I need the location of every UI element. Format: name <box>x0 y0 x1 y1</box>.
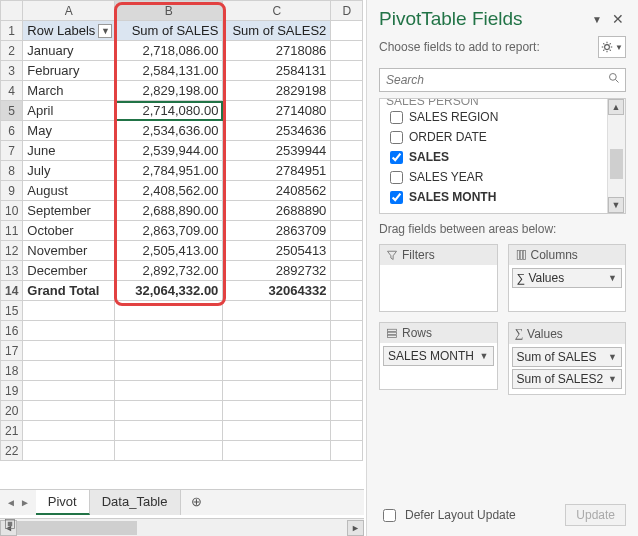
cell-sum-sales[interactable]: 2,505,413.00 <box>115 241 223 261</box>
cell[interactable] <box>331 141 363 161</box>
field-checkbox[interactable] <box>390 151 403 164</box>
field-checkbox[interactable] <box>390 191 403 204</box>
rows-chip-sales-month[interactable]: SALES MONTH▼ <box>383 346 494 366</box>
cell-sum-sales2[interactable]: 2718086 <box>223 41 331 61</box>
cell[interactable] <box>331 421 363 441</box>
row-header-15[interactable]: 15 <box>1 301 23 321</box>
row-header-6[interactable]: 6 <box>1 121 23 141</box>
row-header-12[interactable]: 12 <box>1 241 23 261</box>
field-list-scrollbar[interactable]: ▲ ▼ <box>607 99 625 213</box>
cell[interactable] <box>331 121 363 141</box>
cell[interactable] <box>331 241 363 261</box>
column-header-b[interactable]: B <box>115 1 223 21</box>
cell[interactable] <box>223 401 331 421</box>
grand-total-label[interactable]: Grand Total <box>23 281 115 301</box>
cell[interactable] <box>115 441 223 461</box>
cell[interactable] <box>223 441 331 461</box>
cell-sum-sales[interactable]: 2,784,951.00 <box>115 161 223 181</box>
field-sales[interactable]: SALES <box>380 147 607 167</box>
cell-sum-sales2[interactable]: 2714080 <box>223 101 331 121</box>
grand-total-sales2[interactable]: 32064332 <box>223 281 331 301</box>
row-header-4[interactable]: 4 <box>1 81 23 101</box>
values-chip-sum-sales2[interactable]: Sum of SALES2▼ <box>512 369 623 389</box>
row-header-21[interactable]: 21 <box>1 421 23 441</box>
row-header-5[interactable]: 5 <box>1 101 23 121</box>
scroll-thumb-vertical[interactable] <box>610 149 623 179</box>
cell[interactable] <box>223 341 331 361</box>
values-area[interactable]: ∑Values Sum of SALES▼ Sum of SALES2▼ <box>508 322 627 395</box>
cell[interactable] <box>115 401 223 421</box>
cell[interactable] <box>331 381 363 401</box>
cell-label[interactable]: May <box>23 121 115 141</box>
cell[interactable] <box>331 101 363 121</box>
cell-sum-sales[interactable]: 2,714,080.00 <box>115 101 223 121</box>
field-checkbox[interactable] <box>390 111 403 124</box>
cell-label[interactable]: June <box>23 141 115 161</box>
cell-label[interactable]: August <box>23 181 115 201</box>
field-list[interactable]: SALES PERSONSALES REGIONORDER DATESALESS… <box>379 98 626 214</box>
row-header-9[interactable]: 9 <box>1 181 23 201</box>
cell-sum-sales[interactable]: 2,863,709.00 <box>115 221 223 241</box>
cell[interactable] <box>331 341 363 361</box>
columns-chip-values[interactable]: ∑ Values▼ <box>512 268 623 288</box>
row-header-17[interactable]: 17 <box>1 341 23 361</box>
cell[interactable] <box>223 381 331 401</box>
cell[interactable] <box>331 441 363 461</box>
cell[interactable] <box>331 181 363 201</box>
scroll-thumb[interactable] <box>17 521 137 535</box>
search-input[interactable] <box>379 68 626 92</box>
cell[interactable] <box>115 341 223 361</box>
field-checkbox[interactable] <box>390 131 403 144</box>
cell[interactable] <box>23 421 115 441</box>
row-header-18[interactable]: 18 <box>1 361 23 381</box>
cell[interactable] <box>23 341 115 361</box>
cell-sum-sales2[interactable]: 2688890 <box>223 201 331 221</box>
cell-sum-sales2[interactable]: 2408562 <box>223 181 331 201</box>
row-header-8[interactable]: 8 <box>1 161 23 181</box>
row-header-20[interactable]: 20 <box>1 401 23 421</box>
cell[interactable] <box>23 401 115 421</box>
cell[interactable] <box>331 261 363 281</box>
cell[interactable] <box>23 381 115 401</box>
field-sales-year[interactable]: SALES YEAR <box>380 167 607 187</box>
cell[interactable] <box>331 301 363 321</box>
row-header-10[interactable]: 10 <box>1 201 23 221</box>
tab-pivot[interactable]: Pivot <box>36 490 90 515</box>
cell[interactable] <box>331 401 363 421</box>
field-sales-person[interactable]: SALES PERSON <box>380 99 607 107</box>
cell-sum-sales[interactable]: 2,892,732.00 <box>115 261 223 281</box>
scroll-right-button[interactable]: ► <box>347 520 364 536</box>
cell[interactable] <box>331 361 363 381</box>
row-header-22[interactable]: 22 <box>1 441 23 461</box>
cell[interactable] <box>115 361 223 381</box>
tab-data-table[interactable]: Data_Table <box>90 490 181 515</box>
rows-area[interactable]: Rows SALES MONTH▼ <box>379 322 498 390</box>
cell-label[interactable]: September <box>23 201 115 221</box>
select-all-corner[interactable] <box>1 1 23 21</box>
horizontal-scrollbar[interactable]: ◄ ► <box>0 518 364 536</box>
cell-sum-sales2[interactable]: 2584131 <box>223 61 331 81</box>
cell-sum-sales[interactable]: 2,829,198.00 <box>115 81 223 101</box>
sum-sales2-header[interactable]: Sum of SALES2 <box>223 21 331 41</box>
scroll-up-button[interactable]: ▲ <box>608 99 624 115</box>
cell[interactable] <box>115 321 223 341</box>
cell[interactable] <box>331 161 363 181</box>
cell[interactable] <box>115 381 223 401</box>
cell[interactable] <box>23 441 115 461</box>
cell-sum-sales2[interactable]: 2534636 <box>223 121 331 141</box>
cell[interactable] <box>331 41 363 61</box>
cell[interactable] <box>115 421 223 441</box>
values-chip-sum-sales[interactable]: Sum of SALES▼ <box>512 347 623 367</box>
row-header-16[interactable]: 16 <box>1 321 23 341</box>
cell[interactable] <box>115 301 223 321</box>
column-header-a[interactable]: A <box>23 1 115 21</box>
cell-sum-sales[interactable]: 2,534,636.00 <box>115 121 223 141</box>
cell-sum-sales2[interactable]: 2829198 <box>223 81 331 101</box>
row-labels-dropdown[interactable]: ▼ <box>98 24 112 38</box>
update-button[interactable]: Update <box>565 504 626 526</box>
tab-nav[interactable]: ◄► <box>0 490 36 515</box>
cell[interactable] <box>23 361 115 381</box>
cell-sum-sales[interactable]: 2,718,086.00 <box>115 41 223 61</box>
cell-label[interactable]: March <box>23 81 115 101</box>
cell[interactable] <box>331 81 363 101</box>
